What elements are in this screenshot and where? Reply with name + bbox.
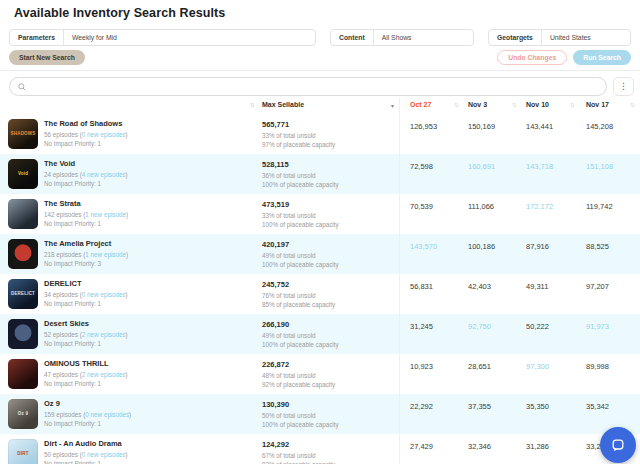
max-sellable-value: 226,872: [262, 360, 335, 369]
start-new-search-button[interactable]: Start New Search: [9, 50, 85, 65]
column-header-date[interactable]: Nov 3: [468, 101, 487, 108]
max-sellable-cell: 124,292 67% of total unsold 82% of place…: [262, 440, 335, 464]
table-row[interactable]: The Amelia Project 218 episodes (1 new e…: [0, 234, 640, 274]
show-title[interactable]: OMINOUS THRILL: [44, 359, 128, 368]
cell-value: 50,222: [526, 322, 549, 331]
column-divider: [399, 354, 400, 394]
show-title[interactable]: DERELICT: [44, 279, 128, 288]
placeable-percent: 100% of placeable capacity: [262, 221, 339, 228]
new-episodes-link[interactable]: 0 new episodes: [82, 451, 126, 458]
new-episodes-link[interactable]: 0 new episodes: [82, 291, 126, 298]
column-header-date[interactable]: Nov 10: [526, 101, 549, 108]
unsold-percent: 33% of total unsold: [262, 212, 339, 219]
show-artwork: Void: [8, 159, 38, 189]
show-info: The Amelia Project 218 episodes (1 new e…: [44, 239, 128, 267]
cell-value: 88,525: [586, 242, 609, 251]
column-divider: [399, 234, 400, 274]
show-artwork: [8, 319, 38, 349]
cell-value: 22,292: [410, 402, 433, 411]
cell-value: 119,742: [586, 202, 613, 211]
sort-icon[interactable]: ⇅: [630, 102, 635, 108]
show-title[interactable]: The Road of Shadows: [44, 119, 128, 128]
table-row[interactable]: Void The Void 24 episodes (4 new episode…: [0, 154, 640, 194]
max-sellable-value: 130,390: [262, 400, 339, 409]
show-artwork: [8, 239, 38, 269]
column-header-date[interactable]: Oct 27: [410, 101, 431, 108]
cell-value: 91,973: [586, 322, 609, 331]
cell-value: 143,570: [410, 242, 437, 251]
show-episodes: 34 episodes (0 new episodes): [44, 291, 128, 298]
unsold-percent: 67% of total unsold: [262, 452, 335, 459]
show-priority: No Impact Priority: 1: [44, 220, 128, 227]
geotargets-filter[interactable]: Geotargets United States: [488, 29, 631, 46]
cell-value: 145,208: [586, 122, 613, 131]
sort-icon[interactable]: ⇅: [570, 102, 575, 108]
table-row[interactable]: Oz 9 Oz 9 159 episodes (0 new episodes) …: [0, 394, 640, 434]
undo-changes-button[interactable]: Undo Changes: [497, 50, 567, 65]
table-row[interactable]: DIRT Dirt - An Audio Drama 50 episodes (…: [0, 434, 640, 464]
new-episodes-link[interactable]: 1 new episode: [85, 211, 126, 218]
table-options-button[interactable]: ⋮: [613, 77, 634, 96]
new-episodes-link[interactable]: 1 new episode: [85, 251, 126, 258]
column-divider: [399, 314, 400, 354]
cell-value: 42,403: [468, 282, 491, 291]
run-search-button[interactable]: Run Search: [573, 50, 631, 65]
sort-down-icon[interactable]: ▾: [391, 102, 394, 109]
new-episodes-link[interactable]: 0 new episodes: [82, 131, 126, 138]
chat-widget-button[interactable]: [600, 427, 636, 463]
parameters-label: Parameters: [10, 30, 64, 45]
max-sellable-cell: 226,872 48% of total unsold 92% of place…: [262, 360, 335, 391]
show-title[interactable]: Dirt - An Audio Drama: [44, 439, 128, 448]
new-episodes-link[interactable]: 0 new episodes: [85, 411, 129, 418]
max-sellable-value: 245,752: [262, 280, 335, 289]
show-info: OMINOUS THRILL 47 episodes (2 new episod…: [44, 359, 128, 387]
show-info: DERELICT 34 episodes (0 new episodes) No…: [44, 279, 128, 307]
table-row[interactable]: The Strata 142 episodes (1 new episode) …: [0, 194, 640, 234]
show-title[interactable]: Oz 9: [44, 399, 131, 408]
new-episodes-link[interactable]: 2 new episodes: [82, 371, 126, 378]
content-filter[interactable]: Content All Shows: [330, 29, 474, 46]
column-divider: [399, 434, 400, 464]
search-icon: [18, 83, 26, 91]
inventory-search-results-page: Available Inventory Search Results Param…: [0, 0, 640, 464]
unsold-percent: 50% of total unsold: [262, 412, 339, 419]
cell-value: 35,350: [526, 402, 549, 411]
table-row[interactable]: OMINOUS THRILL 47 episodes (2 new episod…: [0, 354, 640, 394]
sort-icon[interactable]: ⇅: [512, 102, 517, 108]
placeable-percent: 97% of placeable capacity: [262, 141, 335, 148]
table-row[interactable]: Desert Skies 52 episodes (2 new episodes…: [0, 314, 640, 354]
column-divider: [399, 274, 400, 314]
content-value[interactable]: All Shows: [374, 30, 473, 45]
show-episodes: 52 episodes (2 new episodes): [44, 331, 128, 338]
unsold-percent: 33% of total unsold: [262, 132, 335, 139]
section-divider: [0, 70, 640, 71]
show-info: Oz 9 159 episodes (0 new episodes) No Im…: [44, 399, 131, 427]
show-artwork: Oz 9: [8, 399, 38, 429]
show-episodes: 159 episodes (0 new episodes): [44, 411, 131, 418]
new-episodes-link[interactable]: 2 new episodes: [82, 331, 126, 338]
table-row[interactable]: SHADOWS The Road of Shadows 56 episodes …: [0, 114, 640, 154]
table-row[interactable]: DERELICT DERELICT 34 episodes (0 new epi…: [0, 274, 640, 314]
table-search-bar[interactable]: [9, 77, 607, 96]
unsold-percent: 49% of total unsold: [262, 252, 339, 259]
new-episodes-link[interactable]: 4 new episodes: [82, 171, 126, 178]
show-artwork-label: DERELICT: [11, 292, 35, 297]
column-header-date[interactable]: Nov 17: [586, 101, 609, 108]
show-title[interactable]: The Amelia Project: [44, 239, 128, 248]
show-title[interactable]: The Strata: [44, 199, 128, 208]
kebab-icon: ⋮: [619, 82, 628, 91]
show-artwork-label: Oz 9: [18, 412, 28, 417]
parameters-value[interactable]: Weekly for Mid: [64, 30, 315, 45]
sort-icon[interactable]: ⇅: [250, 102, 255, 108]
show-list: SHADOWS The Road of Shadows 56 episodes …: [0, 114, 640, 464]
cell-value: 37,355: [468, 402, 491, 411]
sort-icon[interactable]: ⇅: [454, 102, 459, 108]
parameters-filter[interactable]: Parameters Weekly for Mid: [9, 29, 316, 46]
geotargets-label: Geotargets: [489, 30, 542, 45]
column-header-max-sellable[interactable]: Max Sellable: [262, 101, 304, 108]
show-title[interactable]: The Void: [44, 159, 128, 168]
geotargets-value[interactable]: United States: [542, 30, 630, 45]
search-input[interactable]: [31, 83, 598, 90]
show-title[interactable]: Desert Skies: [44, 319, 128, 328]
show-artwork: [8, 199, 38, 229]
